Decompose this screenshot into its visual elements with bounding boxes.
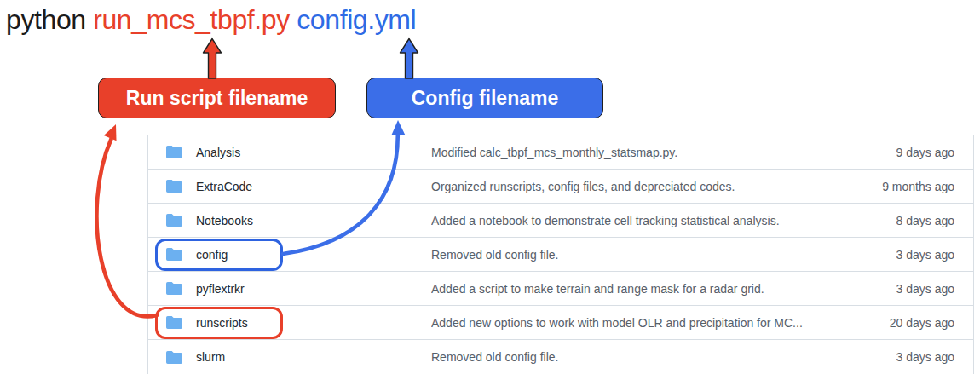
commit-date: 3 days ago: [896, 248, 974, 262]
commit-message-link[interactable]: Added a script to make terrain and range…: [431, 282, 764, 296]
row-highlight: Analysis: [155, 136, 283, 169]
folder-icon: [166, 351, 182, 364]
file-table: Analysis Modified calc_tbpf_mcs_monthly_…: [147, 135, 974, 374]
folder-icon: [166, 214, 182, 227]
table-row: ExtraCode Organized runscripts, config f…: [148, 170, 973, 204]
command-python: python: [6, 4, 86, 35]
annotated-screenshot: python run_mcs_tbpf.py config.yml Run sc…: [0, 0, 980, 374]
commit-message-link[interactable]: Organized runscripts, config files, and …: [431, 180, 735, 193]
folder-icon: [166, 316, 182, 329]
commit-date: 9 months ago: [882, 180, 973, 193]
command-text: python run_mcs_tbpf.py config.yml: [6, 4, 416, 36]
commit-message-link[interactable]: Added new options to work with model OLR…: [431, 316, 803, 330]
row-highlight: pyflextrkr: [155, 273, 283, 305]
config-callout: Config filename: [366, 78, 603, 118]
run-script-callout: Run script filename: [98, 78, 336, 118]
commit-date: 9 days ago: [896, 146, 974, 159]
folder-icon: [166, 248, 182, 261]
table-row: runscripts Added new options to work wit…: [148, 306, 973, 340]
folder-name-link[interactable]: Notebooks: [196, 214, 253, 227]
command-run-script-filename: run_mcs_tbpf.py: [93, 4, 290, 35]
folder-name-link[interactable]: runscripts: [196, 316, 248, 330]
red-arrow-up-icon: [204, 39, 222, 79]
folder-name-link[interactable]: config: [196, 248, 228, 262]
commit-date: 3 days ago: [896, 282, 974, 296]
folder-name-link[interactable]: slurm: [196, 350, 225, 364]
table-row: Analysis Modified calc_tbpf_mcs_monthly_…: [148, 135, 973, 170]
commit-message-link[interactable]: Removed old config file.: [431, 350, 558, 364]
row-highlight: config: [155, 239, 283, 271]
folder-name-link[interactable]: Analysis: [196, 146, 240, 159]
table-row: config Removed old config file. 3 days a…: [148, 238, 973, 272]
commit-date: 20 days ago: [890, 316, 973, 330]
row-highlight: ExtraCode: [155, 170, 283, 203]
row-highlight: Notebooks: [155, 204, 283, 237]
commit-date: 3 days ago: [896, 350, 974, 364]
row-highlight: slurm: [155, 341, 283, 373]
table-row: pyflextrkr Added a script to make terrai…: [148, 272, 973, 306]
folder-icon: [166, 282, 182, 295]
blue-arrow-up-icon: [401, 39, 418, 79]
table-row: slurm Removed old config file. 3 days ag…: [148, 340, 973, 374]
folder-name-link[interactable]: ExtraCode: [196, 180, 252, 193]
folder-name-link[interactable]: pyflextrkr: [196, 282, 245, 296]
commit-date: 8 days ago: [896, 214, 974, 227]
run-script-callout-label: Run script filename: [126, 87, 308, 110]
row-highlight: runscripts: [155, 307, 283, 339]
config-callout-label: Config filename: [412, 87, 559, 110]
folder-icon: [166, 146, 182, 158]
folder-icon: [166, 180, 182, 193]
commit-message-link[interactable]: Added a notebook to demonstrate cell tra…: [431, 214, 780, 227]
command-config-filename: config.yml: [297, 4, 416, 35]
commit-message-link[interactable]: Modified calc_tbpf_mcs_monthly_statsmap.…: [431, 146, 677, 159]
table-row: Notebooks Added a notebook to demonstrat…: [148, 204, 973, 238]
commit-message-link[interactable]: Removed old config file.: [431, 248, 558, 262]
